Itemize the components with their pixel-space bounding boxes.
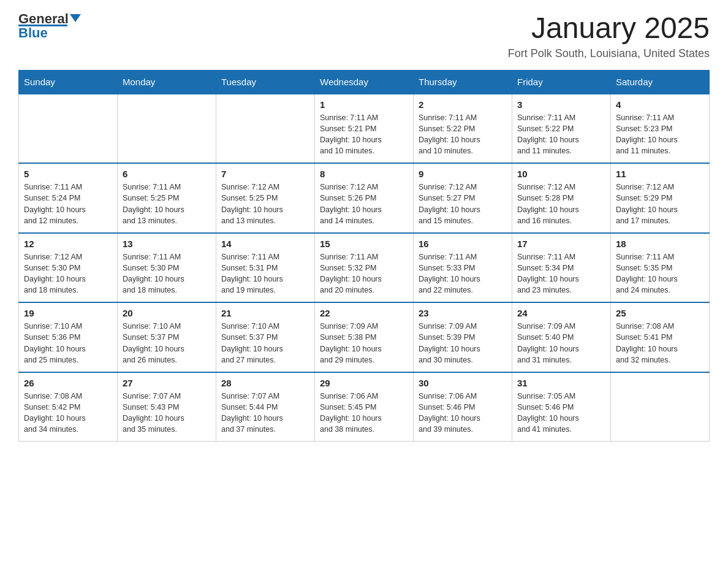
day-info: Sunrise: 7:11 AMSunset: 5:21 PMDaylight:… — [320, 112, 408, 157]
day-info: Sunrise: 7:10 AMSunset: 5:37 PMDaylight:… — [123, 321, 211, 366]
day-info: Sunrise: 7:11 AMSunset: 5:23 PMDaylight:… — [616, 112, 704, 157]
logo-text-blue: Blue — [18, 26, 48, 40]
day-number: 29 — [320, 378, 408, 388]
day-number: 5 — [24, 169, 112, 179]
day-number: 10 — [517, 169, 605, 179]
calendar-cell — [19, 94, 118, 164]
calendar-cell: 18Sunrise: 7:11 AMSunset: 5:35 PMDayligh… — [611, 233, 710, 303]
day-number: 27 — [123, 378, 211, 388]
calendar-cell: 12Sunrise: 7:12 AMSunset: 5:30 PMDayligh… — [19, 233, 118, 303]
week-row-4: 19Sunrise: 7:10 AMSunset: 5:36 PMDayligh… — [19, 302, 710, 372]
week-row-5: 26Sunrise: 7:08 AMSunset: 5:42 PMDayligh… — [19, 372, 710, 442]
calendar-cell: 14Sunrise: 7:11 AMSunset: 5:31 PMDayligh… — [216, 233, 315, 303]
day-info: Sunrise: 7:06 AMSunset: 5:46 PMDaylight:… — [419, 391, 507, 435]
day-info: Sunrise: 7:12 AMSunset: 5:28 PMDaylight:… — [517, 182, 605, 226]
day-info: Sunrise: 7:11 AMSunset: 5:35 PMDaylight:… — [616, 251, 704, 296]
calendar-cell: 27Sunrise: 7:07 AMSunset: 5:43 PMDayligh… — [118, 372, 216, 442]
day-info: Sunrise: 7:11 AMSunset: 5:34 PMDaylight:… — [517, 251, 605, 296]
calendar-header-sunday: Sunday — [19, 70, 118, 94]
calendar-header-friday: Friday — [512, 70, 611, 94]
day-info: Sunrise: 7:11 AMSunset: 5:24 PMDaylight:… — [24, 182, 112, 226]
calendar-cell — [216, 94, 315, 164]
day-number: 18 — [616, 239, 704, 249]
calendar-cell: 31Sunrise: 7:05 AMSunset: 5:46 PMDayligh… — [512, 372, 611, 442]
calendar-table: SundayMondayTuesdayWednesdayThursdayFrid… — [18, 70, 710, 442]
day-number: 15 — [320, 239, 408, 249]
day-info: Sunrise: 7:08 AMSunset: 5:41 PMDaylight:… — [616, 321, 704, 366]
day-number: 30 — [419, 378, 507, 388]
day-number: 26 — [24, 378, 112, 388]
calendar-cell: 8Sunrise: 7:12 AMSunset: 5:26 PMDaylight… — [315, 163, 414, 233]
day-info: Sunrise: 7:07 AMSunset: 5:44 PMDaylight:… — [221, 391, 309, 435]
calendar-cell: 7Sunrise: 7:12 AMSunset: 5:25 PMDaylight… — [216, 163, 315, 233]
day-info: Sunrise: 7:12 AMSunset: 5:25 PMDaylight:… — [221, 182, 309, 226]
logo: General Blue — [18, 12, 81, 40]
day-info: Sunrise: 7:09 AMSunset: 5:39 PMDaylight:… — [419, 321, 507, 366]
calendar-cell: 28Sunrise: 7:07 AMSunset: 5:44 PMDayligh… — [216, 372, 315, 442]
day-info: Sunrise: 7:12 AMSunset: 5:26 PMDaylight:… — [320, 182, 408, 226]
day-info: Sunrise: 7:11 AMSunset: 5:25 PMDaylight:… — [123, 182, 211, 226]
day-number: 8 — [320, 169, 408, 179]
calendar-header-wednesday: Wednesday — [315, 70, 414, 94]
calendar-header-row: SundayMondayTuesdayWednesdayThursdayFrid… — [19, 70, 710, 94]
calendar-cell: 16Sunrise: 7:11 AMSunset: 5:33 PMDayligh… — [414, 233, 512, 303]
day-number: 14 — [221, 239, 309, 249]
day-info: Sunrise: 7:09 AMSunset: 5:40 PMDaylight:… — [517, 321, 605, 366]
day-info: Sunrise: 7:12 AMSunset: 5:30 PMDaylight:… — [24, 251, 112, 296]
day-number: 31 — [517, 378, 605, 388]
week-row-2: 5Sunrise: 7:11 AMSunset: 5:24 PMDaylight… — [19, 163, 710, 233]
calendar-cell: 25Sunrise: 7:08 AMSunset: 5:41 PMDayligh… — [611, 302, 710, 372]
calendar-cell — [611, 372, 710, 442]
day-number: 19 — [24, 308, 112, 318]
day-info: Sunrise: 7:08 AMSunset: 5:42 PMDaylight:… — [24, 391, 112, 435]
calendar-cell: 17Sunrise: 7:11 AMSunset: 5:34 PMDayligh… — [512, 233, 611, 303]
day-number: 24 — [517, 308, 605, 318]
day-number: 25 — [616, 308, 704, 318]
title-area: January 2025 Fort Polk South, Louisiana,… — [508, 12, 710, 60]
day-info: Sunrise: 7:07 AMSunset: 5:43 PMDaylight:… — [123, 391, 211, 435]
day-number: 9 — [419, 169, 507, 179]
calendar-cell: 3Sunrise: 7:11 AMSunset: 5:22 PMDaylight… — [512, 94, 611, 164]
week-row-1: 1Sunrise: 7:11 AMSunset: 5:21 PMDaylight… — [19, 94, 710, 164]
calendar-cell: 29Sunrise: 7:06 AMSunset: 5:45 PMDayligh… — [315, 372, 414, 442]
day-number: 4 — [616, 99, 704, 110]
day-number: 6 — [123, 169, 211, 179]
calendar-header-monday: Monday — [118, 70, 216, 94]
day-info: Sunrise: 7:11 AMSunset: 5:22 PMDaylight:… — [517, 112, 605, 157]
day-info: Sunrise: 7:11 AMSunset: 5:31 PMDaylight:… — [221, 251, 309, 296]
day-number: 17 — [517, 239, 605, 249]
calendar-header-thursday: Thursday — [414, 70, 512, 94]
calendar-cell: 15Sunrise: 7:11 AMSunset: 5:32 PMDayligh… — [315, 233, 414, 303]
day-info: Sunrise: 7:11 AMSunset: 5:30 PMDaylight:… — [123, 251, 211, 296]
calendar-cell: 22Sunrise: 7:09 AMSunset: 5:38 PMDayligh… — [315, 302, 414, 372]
logo-triangle-icon — [70, 14, 81, 22]
calendar-cell: 23Sunrise: 7:09 AMSunset: 5:39 PMDayligh… — [414, 302, 512, 372]
calendar-header-tuesday: Tuesday — [216, 70, 315, 94]
day-number: 13 — [123, 239, 211, 249]
calendar-cell: 10Sunrise: 7:12 AMSunset: 5:28 PMDayligh… — [512, 163, 611, 233]
day-info: Sunrise: 7:12 AMSunset: 5:29 PMDaylight:… — [616, 182, 704, 226]
day-info: Sunrise: 7:10 AMSunset: 5:36 PMDaylight:… — [24, 321, 112, 366]
page-subtitle: Fort Polk South, Louisiana, United State… — [508, 47, 710, 60]
day-number: 16 — [419, 239, 507, 249]
calendar-cell — [118, 94, 216, 164]
day-info: Sunrise: 7:09 AMSunset: 5:38 PMDaylight:… — [320, 321, 408, 366]
day-number: 12 — [24, 239, 112, 249]
day-info: Sunrise: 7:11 AMSunset: 5:32 PMDaylight:… — [320, 251, 408, 296]
logo-text-black: General — [18, 12, 69, 26]
week-row-3: 12Sunrise: 7:12 AMSunset: 5:30 PMDayligh… — [19, 233, 710, 303]
day-info: Sunrise: 7:05 AMSunset: 5:46 PMDaylight:… — [517, 391, 605, 435]
calendar-cell: 13Sunrise: 7:11 AMSunset: 5:30 PMDayligh… — [118, 233, 216, 303]
calendar-cell: 20Sunrise: 7:10 AMSunset: 5:37 PMDayligh… — [118, 302, 216, 372]
day-info: Sunrise: 7:11 AMSunset: 5:22 PMDaylight:… — [419, 112, 507, 157]
calendar-cell: 5Sunrise: 7:11 AMSunset: 5:24 PMDaylight… — [19, 163, 118, 233]
day-info: Sunrise: 7:06 AMSunset: 5:45 PMDaylight:… — [320, 391, 408, 435]
calendar-cell: 19Sunrise: 7:10 AMSunset: 5:36 PMDayligh… — [19, 302, 118, 372]
calendar-cell: 11Sunrise: 7:12 AMSunset: 5:29 PMDayligh… — [611, 163, 710, 233]
day-info: Sunrise: 7:11 AMSunset: 5:33 PMDaylight:… — [419, 251, 507, 296]
calendar-cell: 4Sunrise: 7:11 AMSunset: 5:23 PMDaylight… — [611, 94, 710, 164]
day-number: 22 — [320, 308, 408, 318]
day-number: 3 — [517, 99, 605, 110]
calendar-cell: 30Sunrise: 7:06 AMSunset: 5:46 PMDayligh… — [414, 372, 512, 442]
day-number: 7 — [221, 169, 309, 179]
